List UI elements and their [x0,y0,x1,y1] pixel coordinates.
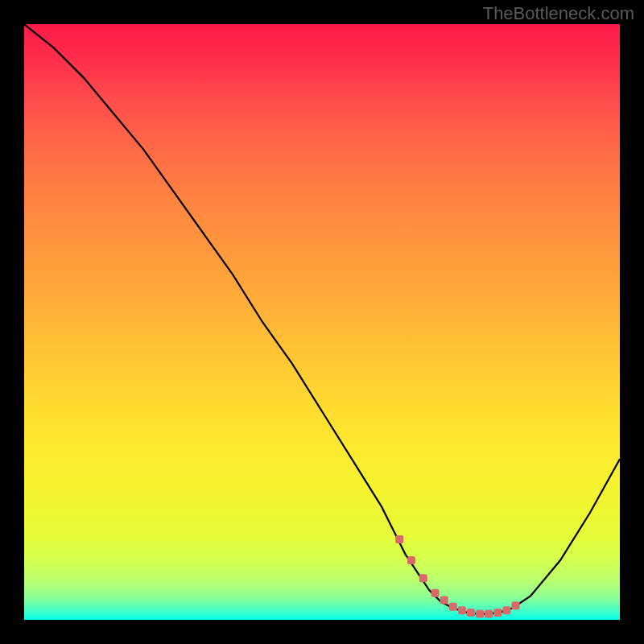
optimal-marker [476,610,484,618]
chart-plot-area [24,24,620,620]
optimal-marker [493,609,502,617]
optimal-marker [467,609,475,617]
watermark-text: TheBottleneck.com [483,3,634,24]
optimal-marker [419,574,427,582]
bottleneck-curve-line [24,24,620,614]
optimal-marker [502,606,510,614]
optimal-marker [485,610,493,618]
chart-svg [24,24,620,620]
optimal-marker [458,606,466,614]
optimal-zone-markers [395,535,519,618]
optimal-marker [512,601,520,609]
optimal-marker [440,597,448,605]
optimal-marker [449,603,457,611]
optimal-marker [407,556,415,564]
optimal-marker [431,589,440,597]
optimal-marker [395,535,403,543]
